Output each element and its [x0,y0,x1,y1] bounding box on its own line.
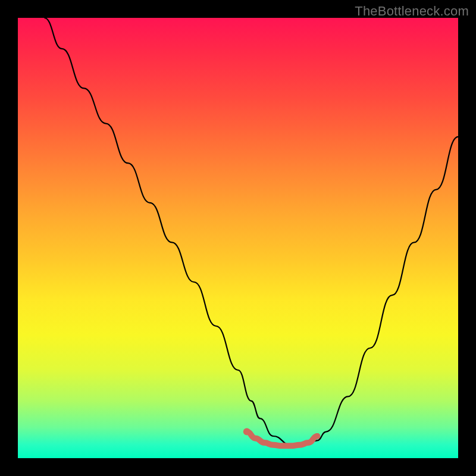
plot-area [18,18,458,458]
chart-overlay [18,18,458,458]
watermark-text: TheBottleneck.com [355,4,469,19]
curve-line [44,18,458,445]
critical-band-dot-left [243,428,250,436]
critical-band-line [247,432,317,446]
chart-container: TheBottleneck.com [0,0,476,476]
critical-band-dot-right [314,433,320,439]
